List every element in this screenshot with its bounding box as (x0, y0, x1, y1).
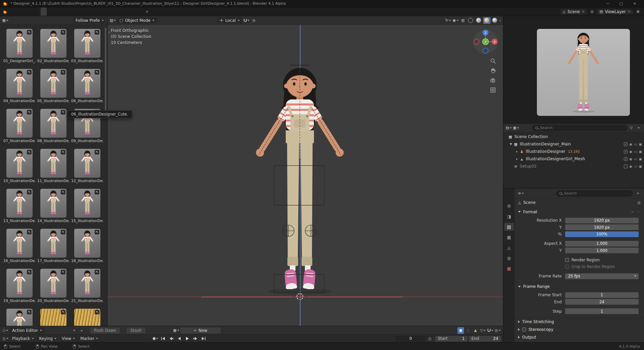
filter-dropdown[interactable]: ▽ (479, 327, 486, 334)
asset-scrollbar[interactable] (105, 28, 106, 112)
new-action-button[interactable]: +New (180, 327, 221, 334)
snap-toggle[interactable] (243, 17, 250, 24)
proportional-dropdown[interactable]: ◎ (494, 327, 501, 334)
collapsed-section-header[interactable]: Stereoscopy (515, 325, 644, 333)
viewlayer-selector[interactable]: ▤ ViewLayer × (597, 8, 633, 15)
asset-thumbnail[interactable]: ✎ (74, 69, 100, 98)
browse-action-dropdown[interactable]: ▦ (173, 327, 180, 334)
remove-viewlayer-icon[interactable]: × (628, 10, 631, 13)
asset-thumbnail[interactable]: ✎ (6, 229, 33, 258)
play-reverse-button[interactable] (176, 336, 183, 342)
properties-search[interactable] (556, 190, 633, 196)
pan-hand-icon[interactable] (490, 68, 496, 74)
editor-type-button[interactable]: ◇ (2, 327, 9, 334)
asset-thumbnail[interactable]: ✎ (6, 149, 33, 178)
asset-item[interactable]: ✎ 04_IllustrationDe... (3, 69, 36, 103)
asset-item[interactable]: ✎ (3, 309, 36, 326)
asset-item[interactable]: ✎ 15_IllustrationDe... (71, 189, 103, 223)
move-channel-down-icon[interactable] (71, 327, 78, 334)
workspace-tab[interactable] (131, 7, 137, 16)
asset-item[interactable]: ✎ 17_IllustrationDe... (37, 229, 70, 263)
menu-item[interactable] (21, 7, 26, 16)
format-section-header[interactable]: Format ≡ ∷∷ (515, 208, 644, 216)
eye-icon[interactable]: ◉ (629, 165, 632, 168)
outliner-item-label[interactable]: IllustrationDesigner_Main (520, 142, 571, 146)
asset-thumbnail[interactable]: ✎ (40, 189, 66, 218)
shading-solid-button[interactable] (475, 17, 482, 24)
asset-item[interactable]: ✎ 02_IllustrationDe... (37, 29, 70, 63)
workspace-tab[interactable] (59, 7, 65, 16)
prev-keyframe-button[interactable] (168, 336, 175, 342)
outliner-row[interactable]: IllustrationDesigner_Main ◉ ▭ ▣ (503, 140, 644, 148)
menu-item[interactable]: Playback (9, 336, 37, 341)
property-field[interactable]: 1.000 (565, 241, 639, 247)
property-field[interactable]: Crop to Render Region (565, 264, 639, 270)
eye-icon[interactable]: ◉ (629, 142, 632, 146)
asset-item[interactable]: ✎ 20_IllustrationDe... (37, 269, 70, 303)
asset-item[interactable]: ✎ 08_IllustrationDe... (37, 109, 70, 143)
display-mode-dropdown[interactable]: ▦ (513, 125, 519, 131)
proportional-editing-toggle[interactable]: ◎ (250, 17, 257, 24)
asset-thumbnail[interactable]: ✎ (40, 149, 66, 178)
push-down-button[interactable]: Push Down (90, 327, 120, 334)
transform-orientation-dropdown[interactable]: Local (217, 17, 242, 24)
menu-item[interactable]: Marker (78, 336, 100, 341)
property-field[interactable]: 1 (565, 308, 639, 314)
current-frame-field[interactable]: 0 (396, 336, 426, 342)
checkbox-icon[interactable] (624, 150, 628, 154)
checkbox-icon[interactable] (522, 327, 526, 332)
checkbox-icon[interactable] (624, 142, 628, 146)
sidebar-toggle-icon[interactable]: ‹ (499, 18, 501, 23)
property-field[interactable]: 24 (565, 299, 639, 305)
asset-thumbnail[interactable]: ✎ (40, 69, 66, 98)
menu-item[interactable]: Keying (37, 336, 59, 341)
frame-range-section-header[interactable]: Frame Range (515, 282, 644, 290)
menu-item[interactable] (10, 7, 15, 16)
menu-item[interactable] (15, 7, 21, 16)
render-camera-icon[interactable]: ▣ (639, 157, 642, 161)
filter-icon[interactable]: ▽ (628, 125, 635, 131)
workspace-tab[interactable] (101, 7, 107, 16)
outliner-row[interactable]: IllustrationDesigner 13 245 ◉ ▭ ▣ (503, 148, 644, 155)
workspace-tab[interactable] (119, 7, 125, 16)
scene-selector[interactable]: ◬ Scene × (560, 8, 587, 15)
menu-item[interactable] (32, 7, 37, 16)
workspace-tab[interactable] (83, 7, 89, 16)
workspace-tab[interactable] (47, 7, 53, 16)
search-input[interactable] (540, 126, 624, 130)
collapsed-section-header[interactable]: Output (515, 333, 644, 341)
checkbox-icon[interactable] (565, 258, 569, 262)
asset-thumbnail[interactable]: ✎ (6, 189, 33, 218)
asset-item[interactable]: ✎ 14_IllustrationDe... (37, 189, 70, 223)
outliner-item-label[interactable]: Scene Collection (514, 134, 548, 139)
asset-item[interactable]: ✎ 19_IllustrationDe... (3, 269, 36, 303)
viewport-visibility-icon[interactable]: ▭ (634, 142, 637, 146)
workspace-tab[interactable] (77, 7, 83, 16)
tab-output[interactable]: ▤ (504, 223, 514, 231)
expand-toggle-icon[interactable] (515, 157, 519, 161)
asset-item[interactable]: ✎ (71, 309, 103, 326)
outliner-item-label[interactable]: IllustrationDesignerGirl_Mesh (526, 157, 585, 161)
menu-item[interactable] (26, 7, 32, 16)
viewport-visibility-icon[interactable]: ▭ (634, 165, 637, 168)
asset-thumbnail[interactable]: ✎ (74, 149, 100, 178)
tab-texture[interactable]: ▩ (504, 264, 514, 272)
asset-item[interactable]: ✎ 18_IllustrationDe... (71, 229, 103, 263)
stash-button[interactable]: Stash (127, 327, 145, 334)
asset-thumbnail[interactable]: ✎ (6, 69, 33, 98)
workspace-tab[interactable] (95, 7, 101, 16)
frame-range-field[interactable]: Start1 (435, 336, 467, 342)
editor-type-button[interactable]: ▤ (505, 125, 512, 131)
asset-thumbnail[interactable]: ✎ (74, 229, 100, 258)
workspace-tab[interactable] (113, 7, 119, 16)
shading-wireframe-button[interactable] (467, 17, 474, 24)
asset-item[interactable]: ✎ 10_IllustrationDe... (3, 149, 36, 183)
render-camera-icon[interactable]: ▣ (639, 142, 642, 146)
render-camera-icon[interactable]: ▣ (639, 150, 642, 154)
tab-scene[interactable]: ◬ (504, 244, 514, 252)
shading-rendered-button[interactable] (491, 17, 499, 24)
render-camera-icon[interactable]: ▣ (639, 165, 642, 168)
camera-view-icon[interactable] (490, 77, 496, 84)
asset-thumbnail[interactable]: ✎ (40, 29, 66, 58)
jump-to-start-button[interactable] (160, 336, 167, 342)
